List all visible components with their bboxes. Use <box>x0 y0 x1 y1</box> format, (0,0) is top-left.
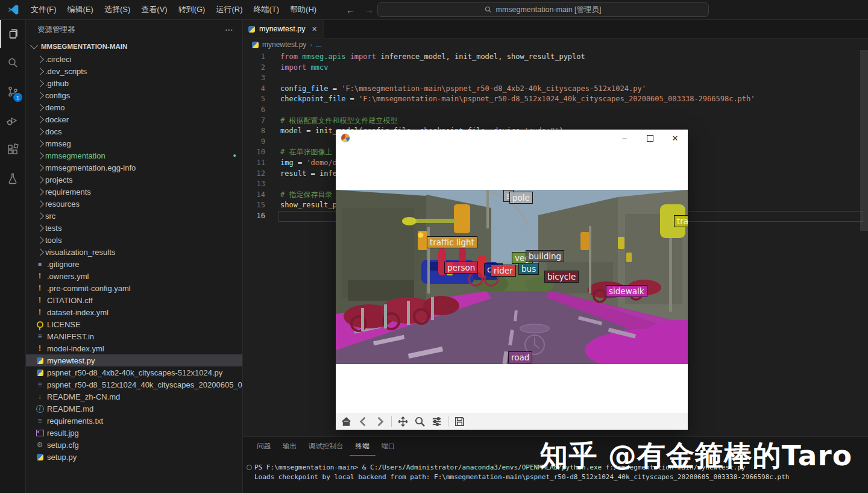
history-back-icon[interactable]: ← <box>346 5 355 15</box>
menu-item[interactable]: 转到(G) <box>173 0 211 19</box>
window-close-button[interactable]: ✕ <box>662 130 688 146</box>
zoom-icon[interactable] <box>414 416 426 427</box>
tree-folder-visualization-results[interactable]: visualization_results <box>25 246 242 258</box>
menu-item[interactable]: 运行(R) <box>210 0 248 19</box>
code-line: 6 <box>242 105 868 116</box>
chevron-right-icon <box>36 116 44 124</box>
editor-scrollbar[interactable] <box>860 50 868 231</box>
tree-folder-src[interactable]: src <box>25 210 242 222</box>
files-icon <box>7 27 21 41</box>
window-minimize-button[interactable]: – <box>612 130 637 146</box>
menu-item[interactable]: 编辑(E) <box>62 0 99 19</box>
menu-item[interactable]: 文件(F) <box>25 0 62 19</box>
tree-file-mynewtest-py[interactable]: mynewtest.py <box>25 354 242 366</box>
menu-item[interactable]: 帮助(H) <box>285 0 322 19</box>
tree-file-requirements-txt[interactable]: ≡requirements.txt <box>25 415 242 427</box>
menu-item[interactable]: 终端(T) <box>248 0 285 19</box>
warn-file-icon: ! <box>35 308 45 316</box>
tree-file-dataset-index-yml[interactable]: !dataset-index.yml <box>25 306 242 318</box>
tree-folder-mmseg[interactable]: mmseg <box>25 137 242 149</box>
line-content: img = 'demo/d <box>280 158 337 169</box>
chevron-right-icon <box>36 104 44 111</box>
tree-folder-projects[interactable]: projects <box>25 174 242 186</box>
panel-tab-端口[interactable]: 端口 <box>376 437 401 456</box>
command-center-search[interactable]: mmsegmentation-main [管理员] <box>377 2 709 17</box>
tree-folder-tools[interactable]: tools <box>25 234 242 246</box>
python-file-icon <box>35 357 45 364</box>
seg-label-tra: tra <box>674 215 688 227</box>
segmentation-result-image: svegbuscarpoletraffic lightbuildingperso… <box>336 190 688 364</box>
command-decoration-icon[interactable] <box>247 465 252 470</box>
item-label: LICENSE <box>47 320 81 329</box>
configure-subplots-icon[interactable] <box>431 416 442 427</box>
history-forward-icon[interactable]: → <box>365 5 374 15</box>
street-scene-graphic <box>336 190 688 364</box>
line-number: 4 <box>242 84 265 95</box>
tree-folder-requirements[interactable]: requirements <box>25 186 242 198</box>
tree-folder-mmsegmentation-egg-info[interactable]: mmsegmentation.egg-info <box>25 162 242 174</box>
close-icon[interactable]: × <box>312 24 316 34</box>
tree-file-citation-cff[interactable]: !CITATION.cff <box>25 294 242 306</box>
tree-folder-demo[interactable]: demo <box>25 101 242 113</box>
tree-folder-mmsegmentation[interactable]: mmsegmentation● <box>25 149 242 162</box>
list-file-icon: ≡ <box>35 332 45 341</box>
activitybar-run-debug[interactable] <box>0 106 25 135</box>
forward-icon[interactable] <box>374 416 386 427</box>
workspace-root-folder[interactable]: MMSEGMENTATION-MAIN <box>25 40 242 53</box>
code-line: 5checkpoint_file = 'F:\mmsegmentation-ma… <box>242 94 868 105</box>
activitybar-testing[interactable] <box>0 164 25 193</box>
tree-file-model-index-yml[interactable]: !model-index.yml <box>25 342 242 354</box>
tree-file-manifest-in[interactable]: ≡MANIFEST.in <box>25 330 242 342</box>
item-label: visualization_results <box>45 248 115 257</box>
item-label: configs <box>45 91 70 100</box>
tree-folder--dev-scripts[interactable]: .dev_scripts <box>25 65 242 77</box>
tree-file--gitignore[interactable]: ◆.gitignore <box>25 258 242 270</box>
seg-label-bus: bus <box>518 263 539 275</box>
matplotlib-figure-window[interactable]: – ✕ <box>336 130 688 430</box>
tree-file--pre-commit-config-yaml[interactable]: !.pre-commit-config.yaml <box>25 282 242 294</box>
pan-icon[interactable] <box>397 416 409 427</box>
run-debug-icon <box>5 113 20 128</box>
code-line: 7# 根据配置文件和模型文件建立模型 <box>242 116 868 127</box>
tree-folder-configs[interactable]: configs <box>25 89 242 101</box>
tree-file-result-jpg[interactable]: result.jpg <box>25 427 242 439</box>
warn-file-icon: ! <box>35 296 45 304</box>
tree-file-pspnet-r50-d8-512x1024-40k-cityscapes-20200605-003338-[interactable]: ≡pspnet_r50-d8_512x1024_40k_cityscapes_2… <box>25 378 242 391</box>
tree-file--owners-yml[interactable]: !.owners.yml <box>25 270 242 282</box>
code-line: 4config_file = 'F:\mmsegmentation-main\p… <box>242 84 868 95</box>
activitybar-explorer[interactable] <box>0 19 27 48</box>
back-icon[interactable] <box>357 416 369 427</box>
python-file-icon <box>248 26 255 33</box>
panel-tab-输出[interactable]: 输出 <box>277 437 303 456</box>
menu-item[interactable]: 选择(S) <box>99 0 136 19</box>
activitybar-search[interactable] <box>0 48 25 77</box>
activitybar-source-control[interactable]: 1 <box>0 77 25 106</box>
figure-window-titlebar[interactable]: – ✕ <box>336 130 688 146</box>
tree-folder-docs[interactable]: docs <box>25 125 242 137</box>
tree-folder--circleci[interactable]: .circleci <box>25 53 242 65</box>
tree-folder-resources[interactable]: resources <box>25 198 242 210</box>
window-maximize-button[interactable] <box>637 130 662 146</box>
line-number: 8 <box>242 126 265 137</box>
tab-mynewtest[interactable]: mynewtest.py × <box>242 19 324 38</box>
tree-file-pspnet-r50-d8-4xb2-40k-cityscapes-512x1024-py[interactable]: pspnet_r50-d8_4xb2-40k_cityscapes-512x10… <box>25 366 242 378</box>
home-icon[interactable] <box>341 416 352 427</box>
breadcrumb[interactable]: mynewtest.py › ... <box>242 39 868 51</box>
activitybar-extensions[interactable] <box>0 135 25 164</box>
save-icon[interactable] <box>454 416 465 427</box>
panel-tab-调试控制台[interactable]: 调试控制台 <box>303 437 350 456</box>
panel-tab-终端[interactable]: 终端 <box>350 437 376 456</box>
tree-file-readme-md[interactable]: iREADME.md <box>25 403 242 415</box>
seg-label-road: road <box>508 351 532 363</box>
line-content: config_file = 'F:\mmsegmentation-main\ps… <box>280 84 646 95</box>
panel-tab-问题[interactable]: 问题 <box>251 437 277 456</box>
tree-folder-tests[interactable]: tests <box>25 222 242 234</box>
menu-item[interactable]: 查看(V) <box>136 0 172 19</box>
tree-file-setup-cfg[interactable]: ⚙setup.cfg <box>25 439 242 451</box>
tree-folder--github[interactable]: .github <box>25 77 242 89</box>
tree-file-setup-py[interactable]: setup.py <box>25 451 242 463</box>
tree-folder-docker[interactable]: docker <box>25 113 242 125</box>
tree-file-license[interactable]: LICENSE <box>25 318 242 330</box>
tree-file-readme-zh-cn-md[interactable]: ↓README_zh-CN.md <box>25 391 242 403</box>
sidebar-more-actions[interactable]: ⋯ <box>225 25 234 34</box>
